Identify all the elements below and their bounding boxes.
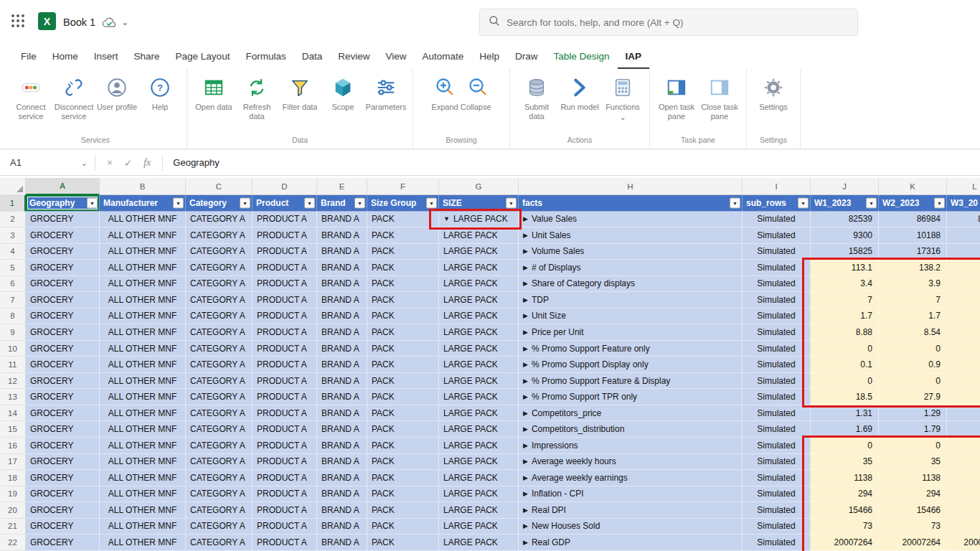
cell[interactable]: PACK	[367, 260, 439, 276]
cell[interactable]: 10188	[879, 227, 947, 244]
cell[interactable]: BRAND A	[317, 292, 367, 309]
cell[interactable]: BRAND A	[317, 486, 367, 503]
cell[interactable]	[947, 357, 980, 373]
column-letter-j[interactable]: J	[811, 178, 879, 195]
cell[interactable]	[947, 486, 980, 503]
cell[interactable]: LARGE PACK	[439, 357, 519, 373]
cell[interactable]: GROCERY	[26, 276, 100, 293]
cell[interactable]: BRAND A	[317, 470, 367, 486]
cell[interactable]: ALL OTHER MNF	[100, 292, 186, 309]
functions-button[interactable]: Functions⌄	[602, 74, 644, 120]
cell[interactable]: Simulated	[743, 227, 811, 244]
menu-tab-table-design[interactable]: Table Design	[546, 44, 618, 69]
cell[interactable]: GROCERY	[26, 212, 100, 228]
expand-triangle-icon[interactable]: ▶	[523, 410, 528, 417]
cell[interactable]: PRODUCT A	[253, 260, 317, 276]
cell[interactable]: LARGE PACK	[439, 534, 519, 551]
cell[interactable]	[947, 519, 980, 535]
cell[interactable]: GROCERY	[26, 292, 100, 309]
column-letter-k[interactable]: K	[879, 178, 947, 195]
cell[interactable]: ALL OTHER MNF	[100, 324, 186, 341]
cell[interactable]: PRODUCT A	[253, 534, 317, 551]
cell[interactable]: PACK	[367, 292, 439, 309]
header-cell-product[interactable]: Product▼	[253, 195, 317, 212]
cell[interactable]: BRAND A	[317, 309, 367, 325]
cell[interactable]: BRAND A	[317, 502, 367, 519]
cell[interactable]: ▶Average weekly earnings	[519, 470, 743, 486]
header-cell-brand[interactable]: Brand▼	[317, 195, 367, 212]
cell[interactable]: Simulated	[743, 309, 811, 325]
refresh-data-button[interactable]: Refresh data	[236, 74, 278, 121]
cell[interactable]: ▼LARGE PACK	[439, 212, 519, 228]
filter-dropdown-icon[interactable]: ▼	[354, 197, 365, 208]
cell[interactable]: PRODUCT A	[253, 502, 317, 519]
cell[interactable]: ALL OTHER MNF	[100, 357, 186, 373]
cell[interactable]: ▶Value Sales	[519, 212, 743, 228]
cell[interactable]: ALL OTHER MNF	[100, 438, 186, 454]
open-task-pane-button[interactable]: Open task pane	[656, 74, 697, 121]
cell[interactable]: GROCERY	[26, 486, 100, 503]
cell[interactable]: 113.1	[811, 260, 879, 276]
cell[interactable]: GROCERY	[26, 260, 100, 276]
cell[interactable]: LARGE PACK	[439, 389, 519, 405]
filter-dropdown-icon[interactable]: ▼	[87, 197, 98, 208]
header-cell-geography[interactable]: Geography▼	[26, 195, 100, 212]
cell[interactable]: PRODUCT A	[253, 389, 317, 405]
cell[interactable]: LARGE PACK	[439, 244, 519, 260]
cell[interactable]: CATEGORY A	[186, 227, 253, 244]
cell[interactable]: Simulated	[743, 389, 811, 405]
cell[interactable]: ALL OTHER MNF	[100, 389, 186, 405]
cell[interactable]: ALL OTHER MNF	[100, 309, 186, 325]
cell[interactable]: LARGE PACK	[439, 502, 519, 519]
header-cell-facts[interactable]: facts▼	[519, 195, 743, 212]
filter-data-button[interactable]: Filter data	[279, 74, 321, 112]
cell[interactable]: PACK	[367, 389, 439, 405]
cell[interactable]: ▶Unit Size	[519, 309, 743, 325]
row-number[interactable]: 1	[0, 195, 26, 212]
cell[interactable]: GROCERY	[26, 470, 100, 486]
cell[interactable]: GROCERY	[26, 454, 100, 471]
cell[interactable]: PRODUCT A	[253, 292, 317, 309]
cell[interactable]: BRAND A	[317, 276, 367, 293]
expand-triangle-icon[interactable]: ▶	[523, 458, 528, 465]
cell[interactable]: ▶Competitors_distribution	[519, 421, 743, 438]
filter-dropdown-icon[interactable]: ▼	[506, 197, 517, 208]
cell[interactable]: GROCERY	[26, 244, 100, 260]
cell[interactable]: Simulated	[743, 502, 811, 519]
cell[interactable]: Simulated	[743, 324, 811, 341]
connect-service-button[interactable]: Connect service	[10, 74, 52, 121]
cell[interactable]: ▶Real GDP	[519, 534, 743, 551]
cell[interactable]: Simulated	[743, 519, 811, 535]
cell[interactable]: CATEGORY A	[186, 486, 253, 503]
cell[interactable]: PRODUCT A	[253, 519, 317, 535]
cell[interactable]: ALL OTHER MNF	[100, 373, 186, 390]
cell[interactable]	[947, 309, 980, 325]
search-box[interactable]	[479, 9, 858, 36]
cell[interactable]: 0	[879, 373, 947, 390]
cell[interactable]: LARGE PACK	[439, 309, 519, 325]
cell[interactable]: 7	[879, 292, 947, 309]
cell[interactable]: ▶Share of Category displays	[519, 276, 743, 293]
cell[interactable]: PRODUCT A	[253, 357, 317, 373]
cell[interactable]: BRAND A	[317, 212, 367, 228]
cell[interactable]: ▶New Houses Sold	[519, 519, 743, 535]
header-cell-manufacturer[interactable]: Manufacturer▼	[100, 195, 186, 212]
cell[interactable]: GROCERY	[26, 309, 100, 325]
cell[interactable]: Simulated	[743, 212, 811, 228]
cell[interactable]: Simulated	[743, 405, 811, 422]
filter-dropdown-icon[interactable]: ▼	[934, 197, 945, 208]
row-number[interactable]: 15	[0, 421, 26, 438]
expand-triangle-icon[interactable]: ▶	[523, 248, 528, 255]
menu-tab-data[interactable]: Data	[294, 44, 331, 69]
cell[interactable]: PACK	[367, 454, 439, 471]
cell[interactable]: PRODUCT A	[253, 373, 317, 390]
row-number[interactable]: 7	[0, 292, 26, 309]
row-number[interactable]: 20	[0, 502, 26, 519]
cell[interactable]: ALL OTHER MNF	[100, 244, 186, 260]
cell[interactable]: PRODUCT A	[253, 244, 317, 260]
cell[interactable]: 0.1	[811, 357, 879, 373]
cell[interactable]: GROCERY	[26, 405, 100, 422]
cell[interactable]: GROCERY	[26, 438, 100, 454]
cell[interactable]: 20007264	[879, 534, 947, 551]
cell[interactable]: CATEGORY A	[186, 534, 253, 551]
